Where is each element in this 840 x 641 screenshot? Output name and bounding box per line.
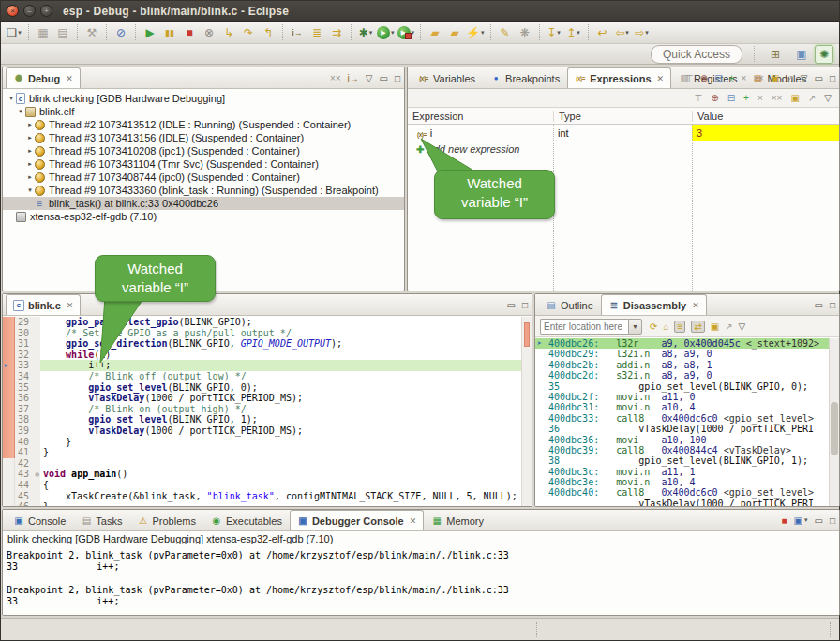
line-number[interactable]: 36 xyxy=(15,393,40,404)
show-type-names-icon[interactable]: ⊤ xyxy=(685,73,694,83)
maximize-window-button[interactable]: + xyxy=(40,5,52,17)
add-expression-icon[interactable]: + xyxy=(729,73,735,83)
code-line[interactable]: 41} xyxy=(3,447,521,458)
collapse-all-icon[interactable]: ⊟ xyxy=(714,73,722,83)
maximize-icon[interactable]: □ xyxy=(830,515,835,526)
line-number[interactable]: 40 xyxy=(15,437,40,448)
code-line[interactable]: 38 gpio_set_level(BLINK_GPIO, 1); xyxy=(3,414,521,425)
view-menu-icon[interactable]: ▽ xyxy=(824,93,832,103)
column-header-value[interactable]: Value xyxy=(692,111,839,122)
open-perspective-icon[interactable]: ⊞ xyxy=(766,45,785,64)
line-number[interactable]: 31 xyxy=(15,338,40,350)
overview-ruler[interactable] xyxy=(521,317,532,506)
collapse-all-icon[interactable]: ⊟ xyxy=(728,93,735,103)
run-icon[interactable]: ▶▾ xyxy=(376,23,396,42)
disassembly-line[interactable]: 400dbc29: l32i.n a8, a9, 0 xyxy=(535,349,829,359)
code-line[interactable]: 39 vTaskDelay(1000 / portTICK_PERIOD_MS)… xyxy=(3,425,521,437)
code-editor-area[interactable]: 29 gpio_pad_select_gpio(BLINK_GPIO);30 /… xyxy=(3,317,521,506)
debug-tree-item[interactable]: ▸Thread #5 1073410208 (ipc1) (Suspended … xyxy=(3,144,404,157)
code-line[interactable]: 37 /* Blink on (output high) */ xyxy=(3,404,521,415)
maximize-icon[interactable]: □ xyxy=(395,73,400,83)
line-number[interactable]: 38 xyxy=(15,414,40,425)
show-source-icon[interactable]: ≡ xyxy=(674,320,685,333)
line-number[interactable]: 46 xyxy=(15,501,40,506)
line-number[interactable]: 34 xyxy=(15,371,40,382)
expander-closed-icon[interactable]: ▸ xyxy=(25,173,35,181)
annotation-ruler-cell[interactable] xyxy=(3,425,15,437)
show-logical-structure-icon[interactable]: ⊕ xyxy=(711,93,718,103)
disassembly-line[interactable]: 35 gpio_set_level(BLINK_GPIO, 0); xyxy=(535,381,829,392)
disassembly-line[interactable]: 400dbc36: movi a10, 100 xyxy=(535,435,829,445)
console-tab-tasks[interactable]: Tasks xyxy=(73,510,129,530)
skip-all-breakpoints-icon[interactable]: ⊘ xyxy=(112,23,130,42)
dropdown-caret-icon[interactable]: ▾ xyxy=(577,29,580,37)
code-line[interactable]: ➤33 i++; xyxy=(3,360,521,371)
code-line[interactable]: 29 gpio_pad_select_gpio(BLINK_GPIO); xyxy=(3,317,521,328)
dropdown-caret-icon[interactable]: ▾ xyxy=(412,29,415,37)
column-header-type[interactable]: Type xyxy=(553,111,692,122)
close-icon[interactable]: ✕ xyxy=(66,74,73,83)
code-line[interactable]: 42 xyxy=(3,458,521,470)
home-icon[interactable]: ⌂ xyxy=(663,321,668,332)
resume-icon[interactable]: ▶ xyxy=(141,23,159,42)
debug-tree-item[interactable]: blink_task() at blink.c:33 0x400dbc26 xyxy=(3,197,404,210)
code-line[interactable]: 45 xTaskCreate(&blink_task, "blink_task"… xyxy=(3,491,521,502)
disassembly-line[interactable]: 400dbc40: call8 0x400dc6c0 <gpio_set_lev… xyxy=(535,487,829,498)
annotation-ruler-cell[interactable] xyxy=(3,480,15,491)
annotation-ruler-cell[interactable] xyxy=(3,414,15,425)
disassembly-line[interactable]: 400dbc3c: movi.n a11, 1 xyxy=(535,467,829,477)
views-tab-variables[interactable]: Variables xyxy=(411,67,483,88)
step-return-icon[interactable]: ↰ xyxy=(259,23,278,42)
expander-open-icon[interactable]: ▾ xyxy=(16,108,25,115)
open-new-view-icon[interactable]: ▣ xyxy=(771,73,779,83)
console-text-area[interactable]: Breakpoint 2, blink_task (pvParameter=0x… xyxy=(3,547,839,615)
disassembly-line[interactable]: 400dbc2b: addi.n a8, a8, 1 xyxy=(535,360,829,370)
annotation-ruler-cell[interactable] xyxy=(3,447,15,458)
new-wizard-icon[interactable]: ❏▾ xyxy=(5,23,23,42)
annotation-ruler-cell[interactable] xyxy=(3,317,15,328)
line-number[interactable]: 42 xyxy=(15,458,40,470)
step-filters-icon[interactable]: ⇉ xyxy=(327,23,346,42)
scrollbar-thumb[interactable] xyxy=(831,402,838,455)
console-tab-problems[interactable]: Problems xyxy=(129,510,202,530)
line-number[interactable]: 30 xyxy=(15,328,40,339)
disassembly-area[interactable]: ➤400dbc26: l32r a9, 0x400d045c <_stext+1… xyxy=(535,338,829,506)
expander-closed-icon[interactable]: ▸ xyxy=(25,121,35,128)
annotation-ruler-cell[interactable]: ➤ xyxy=(3,360,15,371)
expander-closed-icon[interactable]: ▸ xyxy=(25,160,35,168)
step-over-icon[interactable]: ↷ xyxy=(239,23,258,42)
expander-open-icon[interactable]: ▾ xyxy=(7,95,16,102)
pin-view-icon[interactable]: ↗ xyxy=(808,93,816,103)
console-tab-memory[interactable]: Memory xyxy=(424,510,491,530)
open-project-icon[interactable]: ▰ xyxy=(426,23,444,42)
breakpoint-types-icon[interactable]: ≣ xyxy=(308,23,326,42)
editor-tab-blink-c[interactable]: blink.c✕ xyxy=(6,294,81,315)
settings-gear-icon[interactable]: ❋ xyxy=(516,23,534,42)
line-number[interactable]: 43⊖ xyxy=(15,469,40,480)
refresh-view-icon[interactable]: ⟳ xyxy=(650,321,657,332)
disassembly-line[interactable]: 400dbc39: call8 0x400844c4 <vTaskDelay> xyxy=(535,445,829,455)
code-line[interactable]: 44{ xyxy=(3,480,521,491)
close-icon[interactable]: ✕ xyxy=(67,301,74,310)
remove-selected-icon[interactable]: × xyxy=(741,73,746,83)
dropdown-caret-icon[interactable]: ▾ xyxy=(557,29,561,37)
code-line[interactable]: 35 gpio_set_level(BLINK_GPIO, 0); xyxy=(3,382,521,394)
disassembly-scrollbar[interactable] xyxy=(829,338,839,506)
close-icon[interactable]: ✕ xyxy=(410,516,417,526)
add-expression-icon[interactable]: + xyxy=(743,93,749,103)
debug-perspective-icon[interactable]: ✺ xyxy=(815,45,833,64)
line-number[interactable]: 39 xyxy=(15,425,40,437)
instruction-stepping-mode-icon[interactable]: i→ xyxy=(348,73,359,83)
format-icon[interactable]: ✎ xyxy=(496,23,515,42)
code-line[interactable]: 32 while(1) xyxy=(3,350,521,361)
line-number[interactable]: 33 xyxy=(15,360,40,371)
location-dropdown-icon[interactable]: ▼ xyxy=(628,319,642,335)
terminate-icon[interactable]: ■ xyxy=(781,515,787,526)
code-line[interactable]: 31 gpio_set_direction(BLINK_GPIO, GPIO_M… xyxy=(3,338,521,350)
remove-all-icon[interactable]: ×× xyxy=(772,93,783,103)
annotation-ruler-cell[interactable] xyxy=(3,501,15,506)
next-annotation-icon[interactable]: ↧▾ xyxy=(545,23,563,42)
dropdown-caret-icon[interactable]: ▾ xyxy=(625,29,629,37)
annotation-ruler-cell[interactable] xyxy=(3,458,15,470)
annotation-ruler-cell[interactable] xyxy=(3,393,15,404)
